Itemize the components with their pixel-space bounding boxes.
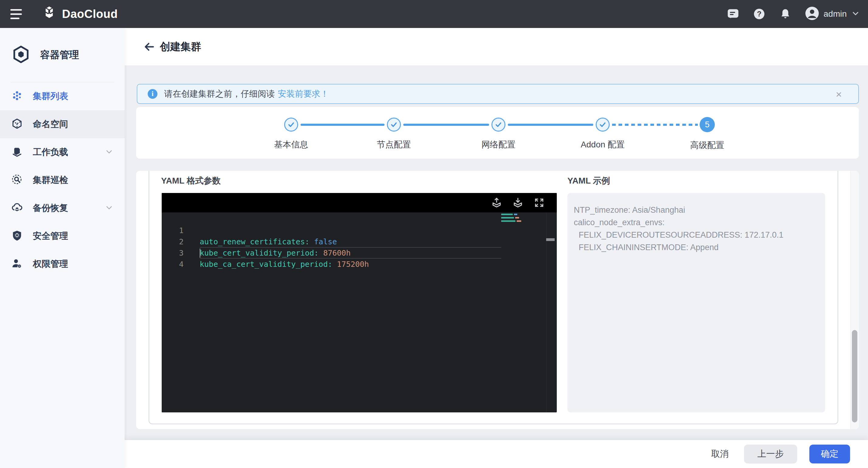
yaml-example-box: NTP_timezone: Asia/Shanghai calico_node_… — [567, 193, 825, 412]
editor-code-area[interactable]: 1 auto_renew_certificates: false 2 kube_… — [162, 212, 557, 412]
stepper: 基本信息 节点配置 网络配置 Addon 配置 5 高级配置 — [136, 107, 859, 159]
step-number-badge: 5 — [700, 117, 715, 132]
advanced-config-card: YAML 格式参数 — [149, 171, 838, 424]
step-node-config[interactable]: 节点配置 — [351, 118, 436, 150]
step-done-check-icon — [596, 118, 610, 132]
chevron-down-icon — [104, 203, 114, 213]
code-line: 1 auto_renew_certificates: false — [162, 214, 557, 225]
editor-scrollbar-divider — [546, 212, 547, 412]
hamburger-menu-icon[interactable] — [10, 7, 24, 21]
example-line: calico_node_extra_envs: — [574, 216, 819, 229]
back-arrow-icon[interactable] — [142, 40, 156, 54]
chevron-down-icon — [104, 147, 114, 157]
cancel-button[interactable]: 取消 — [708, 445, 732, 463]
help-icon[interactable]: ? — [752, 7, 766, 21]
user-chevron-down-icon — [851, 9, 860, 19]
alert-message: 请在创建集群之前，仔细阅读 — [164, 88, 275, 100]
yaml-example-title: YAML 示例 — [567, 175, 610, 187]
container-management-icon — [11, 44, 31, 66]
sidebar-item-label: 集群列表 — [33, 90, 68, 102]
topbar-actions: ? admin — [726, 0, 860, 28]
fullscreen-expand-icon[interactable] — [533, 197, 545, 209]
sidebar-item-label: 命名空间 — [33, 118, 68, 130]
example-line: NTP_timezone: Asia/Shanghai — [574, 204, 819, 216]
info-icon: i — [148, 89, 157, 99]
sidebar-item-label: 集群巡检 — [33, 174, 68, 186]
example-line: FELIX_CHAININSERTMODE: Append — [574, 241, 819, 254]
code-line: 2 kube_cert_validity_period: 87600h — [162, 225, 557, 236]
alert-close-icon[interactable]: × — [833, 89, 844, 100]
username: admin — [824, 9, 847, 19]
sidebar-module-title: 容器管理 — [40, 48, 79, 62]
previous-step-button[interactable]: 上一步 — [744, 445, 797, 463]
sidebar-item-workloads[interactable]: 工作负载 — [0, 138, 125, 166]
workload-layers-icon — [11, 146, 23, 159]
yaml-editor[interactable]: 1 auto_renew_certificates: false 2 kube_… — [162, 193, 557, 412]
sidebar-item-cluster-inspection[interactable]: 集群巡检 — [0, 166, 125, 194]
avatar — [805, 6, 819, 22]
notifications-bell-icon[interactable] — [779, 7, 792, 21]
sidebar-item-backup-restore[interactable]: 备份恢复 — [0, 194, 125, 222]
sidebar-item-label: 安全管理 — [33, 230, 68, 242]
sidebar: 容器管理 集群列表 命名空间 工作负载 — [0, 28, 125, 468]
topbar: DaoCloud ? admin — [0, 0, 868, 28]
page-header: 创建集群 — [125, 28, 868, 65]
info-alert: i 请在创建集群之前，仔细阅读 安装前要求！ × — [137, 84, 859, 104]
backup-cloud-icon — [11, 201, 23, 215]
step-label: Addon 配置 — [560, 139, 645, 150]
step-advanced-config[interactable]: 5 高级配置 — [665, 117, 750, 151]
confirm-button[interactable]: 确定 — [809, 445, 850, 463]
yaml-value: 175200h — [337, 260, 369, 269]
editor-minimap — [501, 214, 522, 222]
messages-icon[interactable] — [726, 7, 740, 21]
sidebar-item-cluster-list[interactable]: 集群列表 — [0, 82, 125, 110]
step-basic-info[interactable]: 基本信息 — [249, 118, 334, 150]
app-root: DaoCloud ? admin — [0, 0, 868, 468]
download-icon[interactable] — [512, 197, 524, 209]
brand-logo: DaoCloud — [41, 5, 118, 23]
sidebar-item-namespace[interactable]: 命名空间 — [0, 110, 125, 138]
page-title: 创建集群 — [160, 40, 201, 54]
svg-text:?: ? — [757, 10, 761, 18]
daocloud-cube-icon — [41, 5, 57, 23]
panel-scrollbar-track[interactable] — [850, 171, 859, 429]
pre-install-requirements-link[interactable]: 安装前要求！ — [278, 88, 329, 100]
step-label: 高级配置 — [665, 139, 750, 151]
sidebar-module-header[interactable]: 容器管理 — [0, 28, 125, 82]
step-label: 基本信息 — [249, 139, 334, 150]
step-done-check-icon — [284, 118, 298, 132]
editor-lines: 1 auto_renew_certificates: false 2 kube_… — [162, 214, 557, 259]
cluster-dots-icon — [11, 90, 23, 103]
sidebar-item-label: 权限管理 — [33, 258, 68, 270]
step-label: 网络配置 — [456, 139, 541, 150]
inspection-magnifier-icon — [11, 174, 23, 187]
step-content-panel: YAML 格式参数 — [136, 171, 859, 429]
step-network-config[interactable]: 网络配置 — [456, 118, 541, 150]
brand-name: DaoCloud — [62, 8, 118, 21]
code-line: 4 — [162, 247, 557, 259]
editor-minimap-slider[interactable] — [546, 238, 555, 241]
permission-user-gear-icon — [11, 257, 23, 271]
line-number: 4 — [162, 259, 184, 270]
sidebar-item-security-management[interactable]: 安全管理 — [0, 222, 125, 250]
example-line: FELIX_DEVICEROUTESOURCEADDRESS: 172.17.0… — [574, 229, 819, 241]
sidebar-item-permission-management[interactable]: 权限管理 — [0, 250, 125, 278]
sidebar-item-label: 备份恢复 — [33, 202, 68, 214]
code-line: 3 kube_ca_cert_validity_period: 175200h — [162, 236, 557, 247]
namespace-cube-icon — [11, 118, 23, 131]
step-done-check-icon — [491, 118, 505, 132]
yaml-params-title: YAML 格式参数 — [161, 175, 221, 187]
step-done-check-icon — [387, 118, 401, 132]
sidebar-item-label: 工作负载 — [33, 146, 68, 158]
step-label: 节点配置 — [351, 139, 436, 150]
editor-toolbar — [162, 193, 557, 212]
security-shield-icon — [11, 229, 23, 243]
step-addon-config[interactable]: Addon 配置 — [560, 118, 645, 150]
upload-icon[interactable] — [491, 197, 503, 209]
footer-action-bar: 取消 上一步 确定 — [125, 440, 868, 468]
panel-scrollbar-thumb[interactable] — [852, 330, 857, 423]
main-content: 创建集群 i 请在创建集群之前，仔细阅读 安装前要求！ × 基本信息 节点配置 — [125, 28, 868, 468]
user-menu[interactable]: admin — [805, 6, 860, 22]
